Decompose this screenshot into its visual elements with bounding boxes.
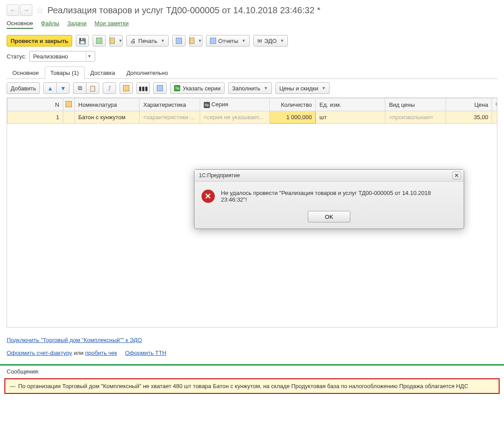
nav-notes[interactable]: Мои заметки <box>95 20 129 29</box>
nav-tasks[interactable]: Задачи <box>67 20 87 29</box>
error-icon: ✕ <box>202 190 215 203</box>
message-bullet-icon: — <box>10 383 16 389</box>
prices-button[interactable]: Цены и скидки ▼ <box>275 82 330 94</box>
dialog-ok-button[interactable]: OK <box>308 211 350 222</box>
series-col-icon: № <box>204 102 210 108</box>
tab-additional[interactable]: Дополнительно <box>121 66 174 79</box>
cell-characteristic[interactable]: <характеристики ... <box>140 111 200 124</box>
cell-series[interactable]: <серия не указывает... <box>200 111 269 124</box>
cell-uom[interactable]: шт <box>316 111 385 124</box>
edo-button[interactable]: ✉ ЭДО ▼ <box>253 35 288 47</box>
or-text: или <box>72 350 85 356</box>
save-icon: 💾 <box>79 38 86 44</box>
invoice-link[interactable]: Оформить счет-фактуру <box>7 350 72 356</box>
paste-button[interactable]: 📋 <box>86 82 99 94</box>
move-up-button[interactable]: ▲ <box>43 82 57 94</box>
dialog-close-button[interactable]: ✕ <box>452 171 461 179</box>
post-button[interactable] <box>93 35 106 47</box>
dialog-title: 1С:Предприятие <box>199 172 240 179</box>
grid-button[interactable] <box>153 82 167 94</box>
col-flag[interactable] <box>63 98 74 111</box>
tool-icon-1 <box>176 38 182 44</box>
fill-label: Заполнить <box>232 85 260 92</box>
message-text: По организации Торговый дом "Комплексный… <box>18 383 468 389</box>
tab-delivery[interactable]: Доставка <box>85 66 121 79</box>
nav-files[interactable]: Файлы <box>41 20 59 29</box>
goods-table: N Номенклатура Характеристика № Серия Ко… <box>7 98 497 124</box>
nav-forward-button[interactable]: → <box>20 4 32 16</box>
chevron-down-icon: ▼ <box>86 52 93 61</box>
col-series[interactable]: № Серия <box>200 98 269 111</box>
favorite-star-icon[interactable]: ☆ <box>36 5 44 16</box>
folder-icon <box>123 85 129 91</box>
arrow-down-icon: ▼ <box>60 85 66 92</box>
cell-n[interactable]: 1 <box>8 111 63 124</box>
col-price-type[interactable]: Вид цены <box>385 98 446 111</box>
post-and-close-button[interactable]: Провести и закрыть <box>7 35 72 47</box>
col-nomenclature[interactable]: Номенклатура <box>74 98 140 111</box>
tool-button-2[interactable]: ▼ <box>189 35 202 47</box>
cell-quantity[interactable]: 1 000,000 <box>269 111 316 124</box>
tab-main[interactable]: Основное <box>7 66 45 79</box>
series-badge-icon: № <box>174 85 180 91</box>
add-button[interactable]: Добавить <box>7 82 40 94</box>
table-row[interactable]: 1 Батон с кунжутом <характеристики ... <… <box>8 111 498 124</box>
share-icon: ⤴ <box>108 85 111 92</box>
nav-main[interactable]: Основное <box>7 20 33 29</box>
grid-icon <box>157 85 163 91</box>
col-price[interactable]: Цена <box>446 98 492 111</box>
barcode-icon: ▮▮▮ <box>139 85 148 92</box>
check-link[interactable]: пробить чек <box>85 350 117 356</box>
col-series-label: Серия <box>211 101 228 108</box>
close-icon: ✕ <box>454 172 459 179</box>
doc-icon <box>110 38 115 44</box>
print-label: Печать <box>138 38 157 44</box>
print-button[interactable]: 🖨 Печать ▼ <box>126 35 169 47</box>
page-title: Реализация товаров и услуг ТД00-000005 о… <box>47 5 320 16</box>
reports-label: Отчеты <box>218 38 238 44</box>
tool-button-1[interactable] <box>172 35 186 47</box>
cell-auto[interactable] <box>492 111 497 124</box>
series-label: Указать серии <box>182 85 220 92</box>
cell-nomenclature[interactable]: Батон с кунжутом <box>74 111 140 124</box>
create-based-button[interactable]: ▼ <box>109 35 123 47</box>
barcode-button[interactable]: ▮▮▮ <box>136 82 150 94</box>
message-box[interactable]: — По организации Торговый дом "Комплексн… <box>4 378 500 394</box>
edo-icon: ✉ <box>257 38 262 44</box>
status-select[interactable]: Реализовано ▼ <box>29 51 95 62</box>
edo-label: ЭДО <box>264 38 277 44</box>
tool-icon-2 <box>190 38 194 44</box>
copy-button[interactable]: ⧉ <box>73 82 86 94</box>
move-down-button[interactable]: ▼ <box>56 82 70 94</box>
edo-connect-link[interactable]: Подключить "Торговый дом "Комплексный"" … <box>7 337 142 343</box>
share-button[interactable]: ⤴ <box>103 82 116 94</box>
ttn-link[interactable]: Оформить ТТН <box>125 350 166 356</box>
col-auto[interactable]: % авт. <box>492 98 497 111</box>
flag-icon <box>66 101 72 107</box>
series-button[interactable]: № Указать серии <box>170 82 224 94</box>
paste-icon: 📋 <box>89 85 96 92</box>
tab-goods[interactable]: Товары (1) <box>45 66 85 79</box>
col-uom[interactable]: Ед. изм. <box>316 98 385 111</box>
post-icon <box>96 38 102 44</box>
status-label: Статус: <box>7 53 27 60</box>
status-value: Реализовано <box>33 53 68 60</box>
prices-label: Цены и скидки <box>279 85 318 92</box>
nav-back-button[interactable]: ← <box>7 4 19 16</box>
col-quantity[interactable]: Количество <box>269 98 316 111</box>
folder-button[interactable] <box>120 82 133 94</box>
reports-button[interactable]: Отчеты ▼ <box>206 35 250 47</box>
reports-icon <box>210 38 216 44</box>
save-button[interactable]: 💾 <box>76 35 89 47</box>
cell-price-type[interactable]: <произвольная> <box>385 111 446 124</box>
col-characteristic[interactable]: Характеристика <box>140 98 200 111</box>
messages-header: Сообщения: <box>0 364 504 377</box>
col-n[interactable]: N <box>8 98 63 111</box>
copy-icon: ⧉ <box>78 85 82 92</box>
cell-flag[interactable] <box>63 111 74 124</box>
dialog-message: Не удалось провести "Реализация товаров … <box>221 190 457 203</box>
error-dialog: 1С:Предприятие ✕ ✕ Не удалось провести "… <box>194 169 464 229</box>
cell-price[interactable]: 35,00 <box>446 111 492 124</box>
fill-button[interactable]: Заполнить ▼ <box>228 82 272 94</box>
printer-icon: 🖨 <box>130 38 136 44</box>
